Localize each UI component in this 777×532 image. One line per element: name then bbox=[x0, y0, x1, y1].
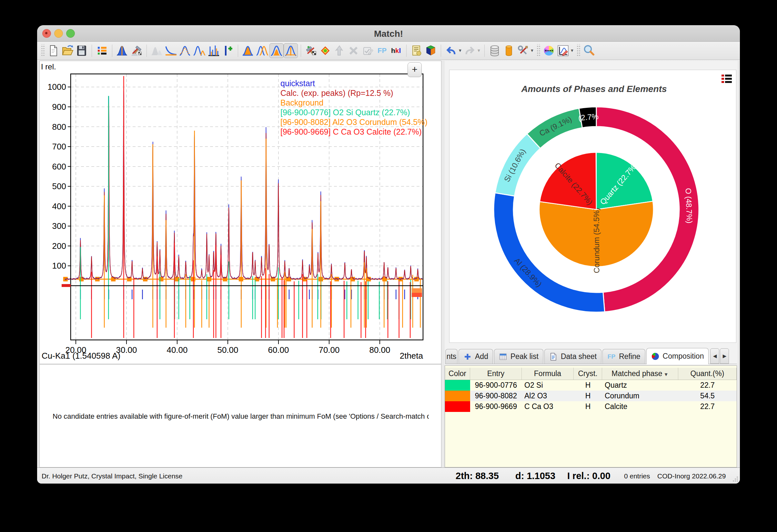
candidate-icon bbox=[333, 44, 346, 57]
fp-mode-icon[interactable]: FP bbox=[375, 43, 389, 58]
search-match-icon[interactable] bbox=[304, 43, 318, 58]
plot-options-icon[interactable]: ▼ bbox=[556, 43, 575, 58]
y-axis-title: I rel. bbox=[41, 62, 56, 71]
redo-icon[interactable]: ▼ bbox=[463, 43, 481, 58]
status-d-value: d: 1.1053 bbox=[515, 471, 555, 481]
tab-label: Peak list bbox=[511, 352, 539, 361]
fit-background-icon[interactable] bbox=[284, 43, 298, 58]
toolbar-drag-handle[interactable] bbox=[536, 44, 540, 57]
plus-icon bbox=[463, 352, 472, 361]
new-document-icon[interactable] bbox=[46, 43, 60, 58]
toolbar-separator bbox=[92, 44, 92, 57]
zoom-icon bbox=[582, 44, 595, 57]
tab-add[interactable]: Add bbox=[458, 349, 493, 364]
fit-background-icon bbox=[284, 44, 297, 57]
resize-grip[interactable] bbox=[732, 475, 739, 482]
reference-db-icon[interactable] bbox=[502, 43, 516, 58]
fit-all-peaks-icon[interactable] bbox=[255, 43, 269, 58]
profile-fit-icon[interactable] bbox=[241, 43, 255, 58]
select-entries-icon[interactable] bbox=[361, 43, 375, 58]
dropdown-arrow-icon[interactable]: ▼ bbox=[530, 48, 534, 53]
add-pattern-view-button[interactable]: + bbox=[408, 62, 422, 77]
column-header-formula[interactable]: Formula bbox=[522, 368, 574, 380]
entry-list-icon[interactable] bbox=[95, 43, 109, 58]
dropdown-arrow-icon[interactable]: ▼ bbox=[458, 48, 462, 53]
app-window: Match! FPhkl▼▼▼▼ 10020030040050060070080… bbox=[37, 25, 740, 484]
sort-indicator-icon[interactable]: ▼ bbox=[662, 371, 669, 377]
tab-scroll-left-button[interactable]: ◀ bbox=[710, 348, 719, 364]
color-scheme-icon bbox=[542, 44, 555, 57]
zoom-icon[interactable] bbox=[582, 43, 596, 58]
reference-db-icon bbox=[503, 44, 515, 57]
toolbar-drag-handle[interactable] bbox=[41, 44, 44, 57]
column-header-entry[interactable]: Entry bbox=[470, 368, 522, 380]
diffraction-plot-panel[interactable]: 100200300400500600700800900100020.0030.0… bbox=[39, 61, 441, 364]
toolbar-drag-handle[interactable] bbox=[576, 44, 580, 57]
column-header-color[interactable]: Color bbox=[445, 368, 470, 380]
column-header-cryst-[interactable]: Cryst. bbox=[574, 368, 602, 380]
toolbar-separator bbox=[238, 44, 238, 57]
column-header-quant-[interactable]: Quant.(%) bbox=[678, 368, 737, 380]
open-file-icon[interactable] bbox=[60, 43, 75, 58]
legend-item: [96-900-9669] C Ca O3 Calcite (22.7%) bbox=[281, 127, 422, 136]
tab-scroll-right-button[interactable]: ▶ bbox=[720, 348, 729, 364]
peak-search-icon[interactable] bbox=[207, 43, 221, 58]
tab-refine[interactable]: FPRefine bbox=[602, 349, 645, 364]
phase-color-swatch bbox=[445, 380, 470, 391]
fit-selected-icon bbox=[270, 44, 283, 57]
strip-alpha2-icon[interactable] bbox=[192, 43, 207, 58]
hkl-icon[interactable]: hkl bbox=[389, 43, 403, 58]
add-peak-icon[interactable] bbox=[221, 43, 235, 58]
options-icon[interactable]: ▼ bbox=[516, 43, 535, 58]
chart-menu-icon[interactable] bbox=[721, 74, 732, 84]
background-marker[interactable] bbox=[414, 277, 419, 282]
smooth-pattern-icon bbox=[179, 44, 192, 57]
add-peak-icon bbox=[221, 44, 234, 57]
raw-data-icon bbox=[150, 44, 163, 57]
right-panel: Amounts of Phases and ElementsO (48.7%)A… bbox=[445, 61, 738, 467]
candidate-icon[interactable] bbox=[332, 43, 347, 58]
column-header-matched-phase[interactable]: Matched phase ▼ bbox=[602, 368, 678, 380]
plot-options-icon bbox=[557, 44, 569, 57]
y-tick-label: 1000 bbox=[47, 82, 66, 92]
table-row[interactable]: 96-900-9669C Ca O3HCalcite22.7 bbox=[445, 401, 737, 412]
peak-search-icon bbox=[207, 44, 220, 57]
subtract-background-icon[interactable] bbox=[164, 43, 178, 58]
raw-data-icon[interactable] bbox=[150, 43, 164, 58]
range-marker-top[interactable] bbox=[412, 288, 422, 293]
unit-cell-icon[interactable] bbox=[424, 43, 438, 58]
fit-selected-icon[interactable] bbox=[269, 43, 284, 58]
tab-label: Add bbox=[475, 352, 488, 361]
table-row[interactable]: 96-900-0776O2 SiHQuartz22.7 bbox=[445, 380, 737, 391]
range-marker-bottom[interactable] bbox=[412, 293, 422, 297]
report-icon[interactable] bbox=[410, 43, 424, 58]
redo-icon bbox=[463, 44, 476, 57]
title-bar[interactable]: Match! bbox=[37, 25, 740, 42]
smooth-pattern-icon[interactable] bbox=[178, 43, 192, 58]
chart-title: Amounts of Phases and Elements bbox=[521, 84, 667, 94]
save-icon[interactable] bbox=[75, 43, 89, 58]
svg-text:hkl: hkl bbox=[391, 47, 401, 54]
phase-label-Corundum: Corundum (54.5%) bbox=[592, 208, 601, 274]
no-candidates-message: No candidate entries available with figu… bbox=[52, 412, 429, 421]
delete-match-icon[interactable] bbox=[347, 43, 361, 58]
restraints-icon[interactable] bbox=[318, 43, 332, 58]
main-toolbar: FPhkl▼▼▼▼ bbox=[37, 42, 740, 60]
tab-composition[interactable]: Composition bbox=[646, 348, 709, 364]
element-label-C: (2.7% bbox=[578, 112, 599, 122]
tab-peak-list[interactable]: Peak list bbox=[494, 349, 543, 364]
dropdown-arrow-icon[interactable]: ▼ bbox=[477, 48, 481, 53]
phase-color-swatch bbox=[445, 401, 470, 412]
cell-quant: 54.5 bbox=[678, 392, 737, 400]
diffraction-plot[interactable]: 100200300400500600700800900100020.0030.0… bbox=[40, 61, 441, 364]
y-tick-label: 100 bbox=[52, 261, 66, 271]
table-row[interactable]: 96-900-8082Al2 O3HCorundum54.5 bbox=[445, 391, 737, 401]
undo-icon[interactable]: ▼ bbox=[444, 43, 463, 58]
database-icon[interactable] bbox=[487, 43, 502, 58]
tab-overflow-fragment[interactable]: nts bbox=[445, 349, 458, 364]
color-scheme-icon[interactable] bbox=[542, 43, 556, 58]
process-pattern-icon[interactable] bbox=[129, 43, 143, 58]
pattern-peak-icon[interactable] bbox=[115, 43, 129, 58]
tab-data-sheet[interactable]: Data sheet bbox=[544, 349, 601, 364]
dropdown-arrow-icon[interactable]: ▼ bbox=[570, 48, 574, 53]
